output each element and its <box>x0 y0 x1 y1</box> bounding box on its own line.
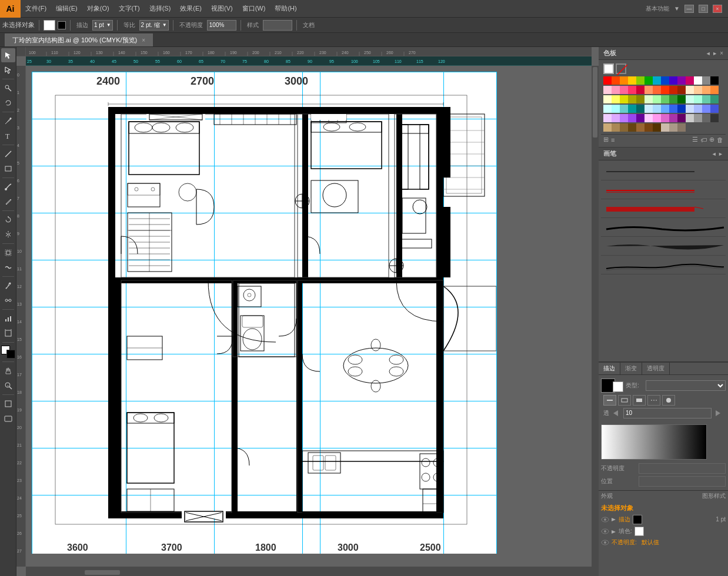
swatch-dark-orange[interactable] <box>669 86 677 94</box>
swatch-cornflower[interactable] <box>661 105 669 113</box>
fill-eye-icon[interactable] <box>601 528 609 534</box>
panel-collapse-btn[interactable]: ◄ ► <box>706 51 717 56</box>
brush-item-black2[interactable] <box>601 238 726 256</box>
swatch-indigo[interactable] <box>710 105 719 113</box>
swatch-light-violet[interactable] <box>612 114 620 122</box>
swatch-white[interactable] <box>694 76 702 85</box>
swatch-brown-red[interactable] <box>677 86 686 94</box>
menu-type[interactable]: 文字(T) <box>114 0 145 18</box>
stroke-dropdown[interactable]: 1 pt▼ <box>92 20 113 31</box>
graph-btn[interactable] <box>1 312 15 326</box>
swatch-coral[interactable] <box>653 86 661 94</box>
swatch-rust[interactable] <box>644 123 653 132</box>
white-swatch-large[interactable] <box>603 63 614 74</box>
swatch-medium-violet[interactable] <box>620 114 628 122</box>
stroke-eye-icon[interactable] <box>601 517 609 523</box>
type-select[interactable] <box>646 380 726 391</box>
swatch-periwinkle[interactable] <box>686 105 694 113</box>
canvas-area[interactable]: 100 110 120 130 140 150 160 170 180 190 … <box>16 47 599 576</box>
swatch-green[interactable] <box>644 76 653 85</box>
zoom-btn[interactable]: + <box>1 379 15 393</box>
swatch-dark-violet[interactable] <box>677 114 686 122</box>
close-button[interactable]: × <box>713 5 722 13</box>
swatch-dark-purple[interactable] <box>636 114 644 122</box>
scroll-thumb-horizontal[interactable] <box>85 570 120 575</box>
document-tab[interactable]: 丁玲的室内结构图.ai @ 100% (CMYK/预览) × <box>5 34 153 46</box>
swatch-delete-icon[interactable]: 🗑 <box>717 136 723 143</box>
swatch-pink2[interactable] <box>612 86 620 94</box>
color-panel-close[interactable]: × <box>720 50 723 56</box>
type-inner-swatch[interactable] <box>613 381 623 392</box>
stroke-icon-1[interactable] <box>603 395 616 406</box>
trans-opacity-input[interactable] <box>639 463 726 474</box>
pen-tool-btn[interactable] <box>1 114 15 128</box>
swatch-medium-gray[interactable] <box>694 114 702 122</box>
swatch-dark-brown[interactable] <box>628 123 636 132</box>
canvas-content[interactable]: 2400 2700 3000 <box>26 66 592 567</box>
stroke-color-swatch[interactable] <box>633 515 642 524</box>
direct-selection-tool-btn[interactable] <box>1 63 15 77</box>
swatch-menu-icon[interactable]: ☰ <box>692 136 698 143</box>
swatch-pink[interactable] <box>686 76 694 85</box>
swatch-medium-green[interactable] <box>669 95 677 103</box>
opacity-input[interactable] <box>207 20 236 31</box>
swatch-teal[interactable] <box>710 95 719 103</box>
screen-mode-btn[interactable] <box>1 411 15 426</box>
workspace-dropdown-icon[interactable]: ▼ <box>674 5 680 12</box>
swatch-red[interactable] <box>603 76 612 85</box>
blend-btn[interactable] <box>1 293 15 307</box>
swatch-tan[interactable] <box>702 86 710 94</box>
swatch-lavender-pink[interactable] <box>644 114 653 122</box>
swatch-yellow2[interactable] <box>620 95 628 103</box>
swatch-violet[interactable] <box>677 76 686 85</box>
swatch-dark-green[interactable] <box>677 95 686 103</box>
swatch-dark-gray[interactable] <box>702 114 710 122</box>
swatch-sienna[interactable] <box>636 123 644 132</box>
swatch-magenta[interactable] <box>661 114 669 122</box>
pencil-btn[interactable] <box>1 195 15 209</box>
stroke-icon-2[interactable] <box>618 395 631 406</box>
swatch-cream[interactable] <box>686 86 694 94</box>
fill-color-btn[interactable] <box>44 20 55 31</box>
magic-wand-btn[interactable] <box>1 81 15 95</box>
swatch-green2[interactable] <box>661 95 669 103</box>
swatch-dark-blue[interactable] <box>677 105 686 113</box>
swatch-medium-cyan[interactable] <box>620 105 628 113</box>
swatch-beige[interactable] <box>661 123 669 132</box>
stroke-color-btn[interactable] <box>58 21 66 29</box>
color-boxes[interactable] <box>1 346 15 359</box>
fill-color-swatch[interactable] <box>635 527 644 536</box>
swatch-chocolate[interactable] <box>653 123 661 132</box>
vertical-scrollbar[interactable] <box>592 66 599 567</box>
menu-view[interactable]: 视图(V) <box>206 0 238 18</box>
swatch-yellow-green[interactable] <box>636 76 644 85</box>
rotate-btn[interactable] <box>1 213 15 227</box>
stroke-icon-5[interactable] <box>662 395 675 406</box>
swatch-pale-violet[interactable] <box>603 114 612 122</box>
menu-edit[interactable]: 编辑(E) <box>51 0 82 18</box>
swatch-pale-green[interactable] <box>644 95 653 103</box>
selection-tool-btn[interactable] <box>1 48 15 62</box>
minimize-button[interactable]: — <box>684 5 694 13</box>
swatch-purple2[interactable] <box>628 114 636 122</box>
swatch-rose[interactable] <box>620 86 628 94</box>
trans-position-input[interactable] <box>639 476 726 487</box>
warp-btn[interactable] <box>1 260 15 274</box>
type-tool-btn[interactable]: T <box>1 129 15 143</box>
reflect-btn[interactable] <box>1 227 15 242</box>
brush-item-black1[interactable] <box>601 219 726 237</box>
lasso-btn[interactable] <box>1 96 15 110</box>
menu-file[interactable]: 文件(F) <box>21 0 51 18</box>
swatch-new-icon[interactable]: ⊕ <box>709 136 714 143</box>
tab-close-btn[interactable]: × <box>142 37 145 43</box>
stroke-opacity-input[interactable] <box>623 408 712 418</box>
horizontal-scrollbar[interactable] <box>26 567 599 576</box>
stroke-icon-3[interactable] <box>633 395 646 406</box>
swatch-peach2[interactable] <box>694 86 702 94</box>
swatch-crimson[interactable] <box>628 86 636 94</box>
swatch-tan2[interactable] <box>603 123 612 132</box>
swatch-pale-yellow[interactable] <box>603 95 612 103</box>
brush-item-ink[interactable] <box>601 257 726 274</box>
swatch-royal-blue[interactable] <box>669 105 677 113</box>
swatch-peach[interactable] <box>644 86 653 94</box>
